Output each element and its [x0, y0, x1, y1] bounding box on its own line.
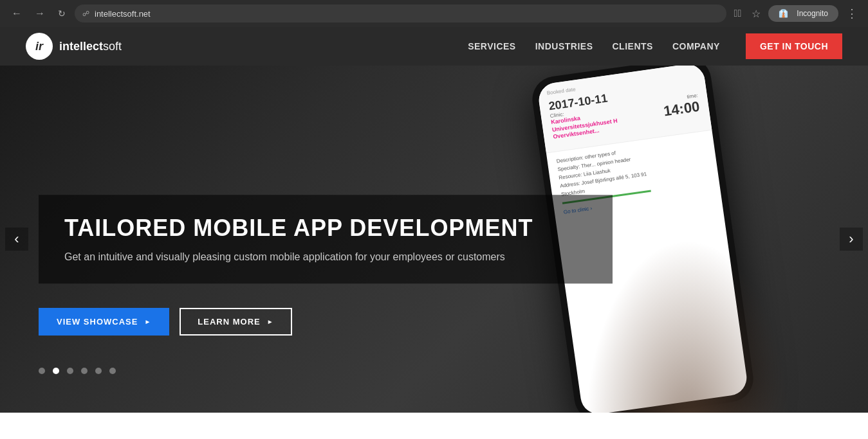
nav-clients[interactable]: CLIENTS	[613, 39, 653, 54]
logo-circle: ir	[26, 33, 53, 60]
view-showcase-button[interactable]: VIEW SHOWCASE ►	[39, 308, 169, 336]
site-header: ir intellectsoft SERVICES INDUSTRIES CLI…	[0, 27, 868, 66]
browser-actions: 👁̸ ☆ 👔 Incognito ⋮	[732, 5, 860, 22]
slider-dot-4[interactable]	[81, 368, 88, 374]
get-in-touch-button[interactable]: GET IN TOUCH	[746, 33, 842, 59]
below-hero-section	[0, 413, 868, 439]
url-text: intellectsoft.net	[95, 9, 151, 19]
forward-button[interactable]: →	[31, 5, 49, 22]
hero-text-box: TAILORED MOBILE APP DEVELOPMENT Get an i…	[39, 195, 613, 283]
logo-link[interactable]: ir intellectsoft	[26, 33, 468, 60]
menu-icon[interactable]: ⋮	[844, 5, 860, 22]
arrow-right-icon: ►	[144, 318, 151, 325]
hero-content: TAILORED MOBILE APP DEVELOPMENT Get an i…	[0, 175, 651, 303]
website: ir intellectsoft SERVICES INDUSTRIES CLI…	[0, 27, 868, 439]
eye-slash-icon: 👁̸	[732, 6, 744, 21]
slider-dot-3[interactable]	[67, 368, 73, 374]
phone-time: time: 14:00	[661, 93, 701, 125]
back-button[interactable]: ←	[8, 5, 26, 22]
hero-buttons: VIEW SHOWCASE ► LEARN MORE ►	[39, 308, 292, 336]
slider-dots	[39, 368, 116, 374]
nav-services[interactable]: SERVICES	[468, 39, 516, 54]
slider-prev-button[interactable]: ‹	[5, 228, 28, 251]
slider-dot-2[interactable]	[53, 368, 59, 374]
hero-title: TAILORED MOBILE APP DEVELOPMENT	[64, 215, 587, 241]
phone-date-label: Booked date	[546, 86, 576, 96]
address-bar[interactable]: ☍ intellectsoft.net	[75, 4, 726, 22]
logo-initials: ir	[35, 40, 43, 53]
slider-dot-1[interactable]	[39, 368, 45, 374]
learn-more-button[interactable]: LEARN MORE ►	[180, 308, 291, 336]
nav-industries[interactable]: INDUSTRIES	[535, 39, 593, 54]
slider-dot-5[interactable]	[95, 368, 102, 374]
browser-chrome: ← → ↻ ☍ intellectsoft.net 👁̸ ☆ 👔 Incogni…	[0, 0, 868, 27]
incognito-button[interactable]: 👔 Incognito	[768, 5, 838, 22]
hero-subtitle: Get an intuitive and visually pleasing c…	[64, 251, 587, 263]
slider-next-button[interactable]: ›	[840, 228, 863, 251]
slider-dot-6[interactable]	[109, 368, 116, 374]
nav-company[interactable]: COMPANY	[672, 39, 720, 54]
bookmark-icon[interactable]: ☆	[749, 6, 763, 21]
address-icon: ☍	[82, 10, 89, 18]
hero-section: Booked date 2017-10-11 Clinic: Karolinsk…	[0, 66, 868, 413]
refresh-button[interactable]: ↻	[54, 6, 69, 21]
arrow-right-icon-2: ►	[267, 318, 274, 325]
main-nav: SERVICES INDUSTRIES CLIENTS COMPANY GET …	[468, 33, 842, 59]
incognito-icon: 👔	[776, 8, 791, 19]
logo-text: intellectsoft	[59, 40, 122, 53]
